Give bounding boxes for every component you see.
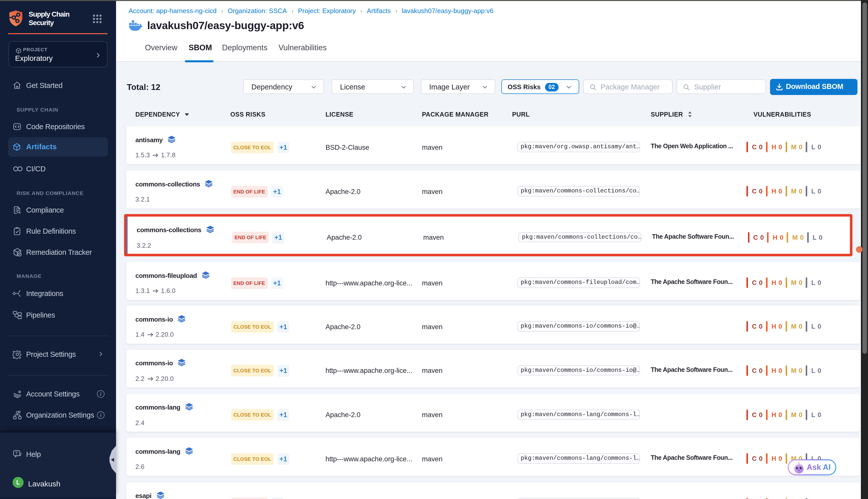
svg-text:?: ? [15, 451, 18, 455]
